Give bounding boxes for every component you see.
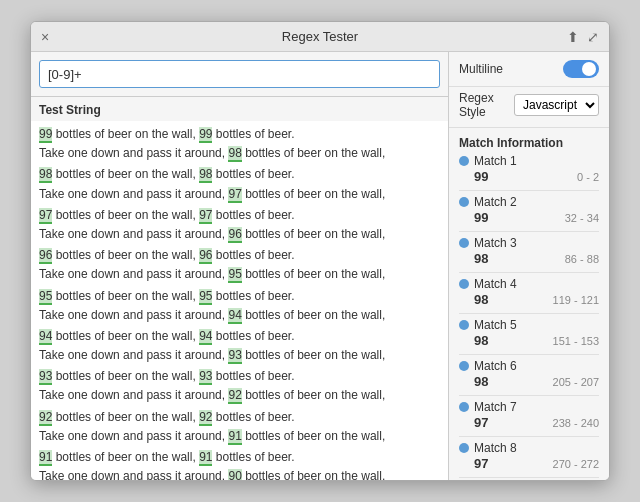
text-group: 94 bottles of beer on the wall, 94 bottl… bbox=[39, 327, 440, 365]
text-group: 97 bottles of beer on the wall, 97 bottl… bbox=[39, 206, 440, 244]
multiline-label: Multiline bbox=[459, 62, 503, 76]
text-line: Take one down and pass it around, 93 bot… bbox=[39, 346, 440, 365]
match-range: 32 - 34 bbox=[565, 212, 599, 224]
match-dot bbox=[459, 402, 469, 412]
regex-input[interactable] bbox=[39, 60, 440, 88]
match-item: Match 598151 - 153 bbox=[459, 318, 599, 348]
text-group: 99 bottles of beer on the wall, 99 bottl… bbox=[39, 125, 440, 163]
text-line: 94 bottles of beer on the wall, 94 bottl… bbox=[39, 327, 440, 346]
match-item: Match 897270 - 272 bbox=[459, 441, 599, 471]
close-button[interactable]: × bbox=[41, 29, 49, 45]
text-line: Take one down and pass it around, 95 bot… bbox=[39, 265, 440, 284]
match-highlight: 92 bbox=[199, 410, 212, 426]
text-line: 97 bottles of beer on the wall, 97 bottl… bbox=[39, 206, 440, 225]
window-title: Regex Tester bbox=[282, 29, 358, 44]
match-highlight: 97 bbox=[228, 187, 241, 203]
match-item: Match 39886 - 88 bbox=[459, 236, 599, 266]
toggle-knob bbox=[582, 62, 596, 76]
match-dot bbox=[459, 238, 469, 248]
match-name: Match 3 bbox=[474, 236, 517, 250]
text-group: 92 bottles of beer on the wall, 92 bottl… bbox=[39, 408, 440, 446]
divider bbox=[459, 272, 599, 273]
match-highlight: 91 bbox=[228, 429, 241, 445]
text-line: 99 bottles of beer on the wall, 99 bottl… bbox=[39, 125, 440, 144]
regex-style-row: Regex Style Javascript Python Java PHP bbox=[449, 87, 609, 128]
match-range: 270 - 272 bbox=[553, 458, 599, 470]
multiline-toggle[interactable] bbox=[563, 60, 599, 78]
match-value: 99 bbox=[474, 169, 488, 184]
text-group: 91 bottles of beer on the wall, 91 bottl… bbox=[39, 448, 440, 480]
titlebar-actions: ⬆ ⤢ bbox=[567, 29, 599, 45]
match-item: Match 29932 - 34 bbox=[459, 195, 599, 225]
multiline-row: Multiline bbox=[449, 52, 609, 87]
divider bbox=[459, 436, 599, 437]
match-dot bbox=[459, 361, 469, 371]
text-group: 98 bottles of beer on the wall, 98 bottl… bbox=[39, 165, 440, 203]
match-dot bbox=[459, 443, 469, 453]
match-info-header: Match Information bbox=[449, 128, 609, 154]
test-string-label: Test String bbox=[31, 97, 448, 121]
match-value: 98 bbox=[474, 374, 488, 389]
left-panel: Test String 99 bottles of beer on the wa… bbox=[31, 52, 449, 480]
text-group: 95 bottles of beer on the wall, 95 bottl… bbox=[39, 287, 440, 325]
regex-input-container bbox=[31, 52, 448, 97]
main-window: × Regex Tester ⬆ ⤢ Test String 99 bottle… bbox=[30, 21, 610, 481]
text-line: Take one down and pass it around, 94 bot… bbox=[39, 306, 440, 325]
match-highlight: 94 bbox=[39, 329, 52, 345]
match-value: 99 bbox=[474, 210, 488, 225]
match-value: 98 bbox=[474, 333, 488, 348]
match-dot bbox=[459, 156, 469, 166]
match-name: Match 6 bbox=[474, 359, 517, 373]
text-line: 96 bottles of beer on the wall, 96 bottl… bbox=[39, 246, 440, 265]
match-item: Match 498119 - 121 bbox=[459, 277, 599, 307]
export-button[interactable]: ⬆ bbox=[567, 29, 579, 45]
match-item: Match 1990 - 2 bbox=[459, 154, 599, 184]
match-highlight: 98 bbox=[199, 167, 212, 183]
text-line: 98 bottles of beer on the wall, 98 bottl… bbox=[39, 165, 440, 184]
match-name: Match 4 bbox=[474, 277, 517, 291]
text-line: Take one down and pass it around, 97 bot… bbox=[39, 185, 440, 204]
titlebar: × Regex Tester ⬆ ⤢ bbox=[31, 22, 609, 52]
match-range: 151 - 153 bbox=[553, 335, 599, 347]
match-highlight: 97 bbox=[199, 208, 212, 224]
regex-style-label: Regex Style bbox=[459, 91, 514, 119]
match-value: 98 bbox=[474, 292, 488, 307]
match-highlight: 93 bbox=[199, 369, 212, 385]
match-highlight: 97 bbox=[39, 208, 52, 224]
text-line: Take one down and pass it around, 98 bot… bbox=[39, 144, 440, 163]
text-line: 93 bottles of beer on the wall, 93 bottl… bbox=[39, 367, 440, 386]
match-highlight: 92 bbox=[228, 388, 241, 404]
match-range: 119 - 121 bbox=[553, 294, 599, 306]
match-dot bbox=[459, 320, 469, 330]
expand-button[interactable]: ⤢ bbox=[587, 29, 599, 45]
match-dot bbox=[459, 197, 469, 207]
regex-style-select[interactable]: Javascript Python Java PHP bbox=[514, 94, 599, 116]
text-area[interactable]: 99 bottles of beer on the wall, 99 bottl… bbox=[31, 121, 448, 480]
divider bbox=[459, 354, 599, 355]
match-range: 205 - 207 bbox=[553, 376, 599, 388]
divider bbox=[459, 313, 599, 314]
match-item: Match 797238 - 240 bbox=[459, 400, 599, 430]
match-name: Match 1 bbox=[474, 154, 517, 168]
divider bbox=[459, 190, 599, 191]
right-panel: Multiline Regex Style Javascript Python … bbox=[449, 52, 609, 480]
match-highlight: 95 bbox=[228, 267, 241, 283]
text-line: 95 bottles of beer on the wall, 95 bottl… bbox=[39, 287, 440, 306]
match-dot bbox=[459, 279, 469, 289]
match-highlight: 94 bbox=[199, 329, 212, 345]
match-highlight: 92 bbox=[39, 410, 52, 426]
match-value: 97 bbox=[474, 456, 488, 471]
divider bbox=[459, 477, 599, 478]
match-highlight: 93 bbox=[39, 369, 52, 385]
text-line: Take one down and pass it around, 92 bot… bbox=[39, 386, 440, 405]
text-line: Take one down and pass it around, 91 bot… bbox=[39, 427, 440, 446]
text-line: Take one down and pass it around, 96 bot… bbox=[39, 225, 440, 244]
text-line: 91 bottles of beer on the wall, 91 bottl… bbox=[39, 448, 440, 467]
match-name: Match 2 bbox=[474, 195, 517, 209]
match-highlight: 98 bbox=[39, 167, 52, 183]
match-range: 86 - 88 bbox=[565, 253, 599, 265]
match-name: Match 8 bbox=[474, 441, 517, 455]
match-highlight: 91 bbox=[199, 450, 212, 466]
text-group: 93 bottles of beer on the wall, 93 bottl… bbox=[39, 367, 440, 405]
match-highlight: 96 bbox=[39, 248, 52, 264]
